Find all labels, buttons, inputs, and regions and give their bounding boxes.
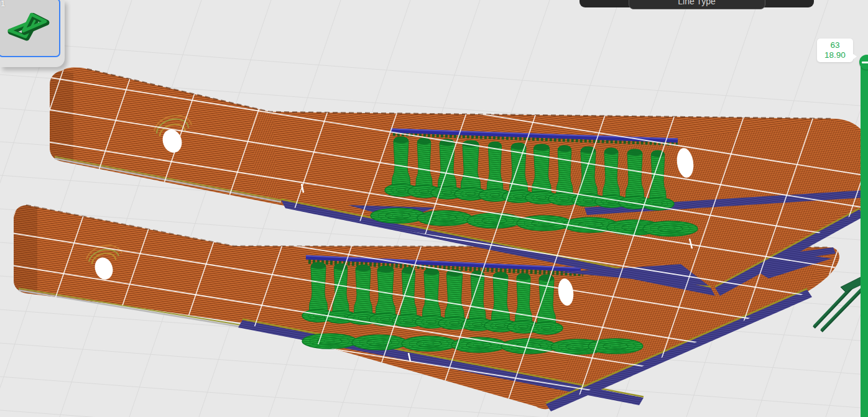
plate-thumbnail[interactable]: 1 (0, 0, 60, 57)
layer-number: 63 (820, 40, 850, 50)
green-model-icon (0, 0, 57, 53)
layer-height: 18.90 (820, 50, 850, 60)
tooltip-tail (852, 53, 857, 60)
legend-bar: Line Type (579, 0, 814, 7)
layer-value-tooltip: 63 18.90 (817, 39, 853, 62)
line-type-dropdown[interactable]: Line Type (629, 0, 765, 9)
plate-number-badge: 1 (1, 0, 5, 8)
minus-icon (862, 62, 868, 63)
gcode-preview-canvas[interactable] (0, 0, 868, 417)
layer-slider-track[interactable] (861, 60, 868, 417)
